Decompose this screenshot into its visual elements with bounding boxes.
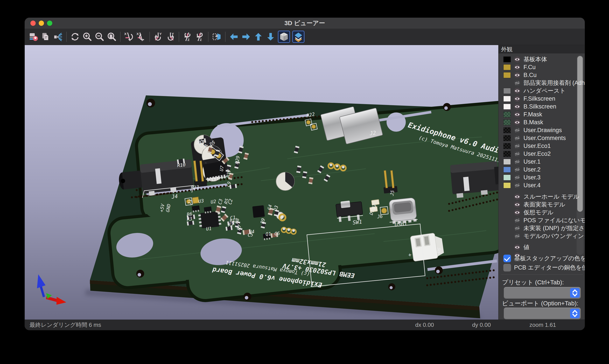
visibility-eye-icon[interactable] <box>514 111 521 118</box>
layer-color-swatch[interactable] <box>503 88 511 94</box>
statusbar: 最終レンダリング時間 6 ms dx 0.00 dy 0.00 zoom 1.6… <box>25 320 585 330</box>
visibility-eye-icon[interactable] <box>514 182 521 189</box>
visibility-eye-icon[interactable] <box>514 217 521 224</box>
zoom-to-fit-icon <box>107 32 117 42</box>
layer-color-swatch[interactable] <box>503 127 511 133</box>
svg-text:R23: R23 <box>191 184 199 191</box>
layer-color-swatch[interactable] <box>503 56 511 62</box>
dx-status: dx 0.00 <box>415 320 434 330</box>
rotate-y-cw-button[interactable]: Y <box>152 31 164 43</box>
visibility-eye-icon[interactable] <box>514 244 521 251</box>
layer-row: 部品実装用接着剤 (Adh <box>499 79 585 87</box>
layer-label: F.Cu <box>523 64 536 71</box>
visibility-eye-icon[interactable] <box>514 174 521 181</box>
copy-image-button[interactable] <box>40 31 52 43</box>
viewport-dropdown[interactable] <box>504 308 581 319</box>
visibility-eye-icon[interactable] <box>514 158 521 165</box>
dy-status: dy 0.00 <box>472 320 491 330</box>
visibility-eye-icon[interactable] <box>514 56 521 63</box>
use-pcb-editor-copper-checkbox[interactable] <box>503 264 511 272</box>
flip-board-button[interactable] <box>211 31 223 43</box>
visibility-eye-icon[interactable] <box>514 166 521 173</box>
layer-color-swatch[interactable] <box>503 175 511 181</box>
preset-label: プリセット (Ctrl+Tab): <box>502 278 564 286</box>
layer-color-swatch[interactable] <box>503 104 511 110</box>
layer-color-swatch[interactable] <box>503 167 511 173</box>
preset-dropdown[interactable] <box>504 287 581 299</box>
visibility-eye-icon[interactable] <box>514 80 521 86</box>
visibility-eye-icon[interactable] <box>514 135 521 142</box>
3d-viewport[interactable]: Exidiophone v6.0 Audio Board (c) Tomoya … <box>25 45 498 320</box>
orthographic-projection-button[interactable] <box>278 31 290 43</box>
layer-row: 表面実装モデル <box>499 201 585 208</box>
layer-color-swatch[interactable] <box>503 96 511 102</box>
rotate-z-cw-button[interactable]: Z <box>181 31 193 43</box>
layer-color-swatch[interactable] <box>503 159 511 165</box>
layer-row: User.3 <box>499 173 585 181</box>
3d-viewport-canvas[interactable]: Exidiophone v6.0 Audio Board (c) Tomoya … <box>25 45 498 320</box>
visibility-eye-icon[interactable] <box>514 143 521 149</box>
reload-board-button[interactable] <box>27 31 39 43</box>
visibility-eye-icon[interactable] <box>514 103 521 110</box>
pan-up-icon <box>253 32 263 42</box>
render-time-status: 最終レンダリング時間 6 ms <box>29 320 101 330</box>
svg-text:U6: U6 <box>436 247 442 254</box>
rotate-z-ccw-button[interactable]: Z <box>194 31 206 43</box>
visibility-eye-icon[interactable] <box>514 233 521 240</box>
use-stackup-colors-checkbox[interactable] <box>503 255 511 262</box>
rotate-x-ccw-button[interactable]: X <box>135 31 147 43</box>
pan-down-button[interactable] <box>265 31 276 43</box>
layer-color-swatch[interactable] <box>503 72 511 78</box>
layer-label: 部品実装用接着剤 (Adh <box>523 79 585 87</box>
rotate-x-cw-button[interactable]: X <box>123 31 135 43</box>
visibility-eye-icon[interactable] <box>514 88 521 94</box>
layer-label: User.3 <box>523 174 541 181</box>
layer-row: B.Mask <box>499 118 585 126</box>
appearance-panel-toggle-button[interactable] <box>292 31 304 43</box>
layer-label: 基板本体 <box>523 55 547 63</box>
layer-label: 仮想モデル <box>523 208 553 216</box>
svg-text:C6: C6 <box>274 231 280 236</box>
visibility-eye-icon[interactable] <box>514 127 521 134</box>
zoom-to-fit-button[interactable] <box>106 31 118 43</box>
panel-separator <box>501 274 583 274</box>
layer-label: 表面実装モデル <box>523 201 565 208</box>
visibility-eye-icon[interactable] <box>514 95 521 102</box>
svg-text:Q1: Q1 <box>265 231 272 237</box>
zoom-in-icon <box>82 32 92 42</box>
zoom-in-button[interactable] <box>81 31 93 43</box>
visibility-eye-icon[interactable] <box>514 119 521 126</box>
refresh-view-button[interactable] <box>69 31 81 43</box>
pan-up-button[interactable] <box>252 31 264 43</box>
titlebar: 3D ビューアー <box>25 18 585 29</box>
pan-right-button[interactable] <box>240 31 252 43</box>
visibility-eye-icon[interactable] <box>514 151 521 157</box>
layer-row: User.4 <box>499 181 585 189</box>
visibility-eye-icon[interactable] <box>514 225 521 232</box>
layer-color-swatch[interactable] <box>503 112 511 117</box>
layer-color-swatch[interactable] <box>503 135 511 141</box>
rotate-y-ccw-button[interactable]: Y <box>165 31 176 43</box>
layer-row: B.Cu <box>499 71 585 79</box>
layer-color-swatch[interactable] <box>503 64 511 70</box>
visibility-eye-icon[interactable] <box>514 209 521 216</box>
visibility-eye-icon[interactable] <box>514 193 521 200</box>
preset-stepper[interactable] <box>570 288 580 298</box>
viewport-stepper[interactable] <box>570 309 580 318</box>
pcb-board[interactable]: Exidiophone v6.0 Audio Board (c) Tomoya … <box>90 95 498 318</box>
toolbar-separator <box>120 32 120 42</box>
3d-viewer-window: 3D ビューアー X X Y Y Z Z <box>25 17 585 330</box>
toolbar: X X Y Y Z Z <box>25 29 585 45</box>
layer-color-swatch[interactable] <box>503 182 511 188</box>
layer-color-swatch[interactable] <box>503 143 511 149</box>
visibility-eye-icon[interactable] <box>514 72 521 78</box>
visibility-eye-icon[interactable] <box>514 201 521 208</box>
layer-color-swatch[interactable] <box>503 151 511 157</box>
visibility-eye-icon[interactable] <box>514 64 521 71</box>
layer-color-swatch[interactable] <box>503 119 511 125</box>
raytracing-button[interactable] <box>52 31 64 43</box>
svg-text:Z: Z <box>200 38 202 41</box>
pan-left-button[interactable] <box>228 31 240 43</box>
zoom-out-button[interactable] <box>94 31 105 43</box>
layer-row: F.Cu <box>499 63 585 71</box>
